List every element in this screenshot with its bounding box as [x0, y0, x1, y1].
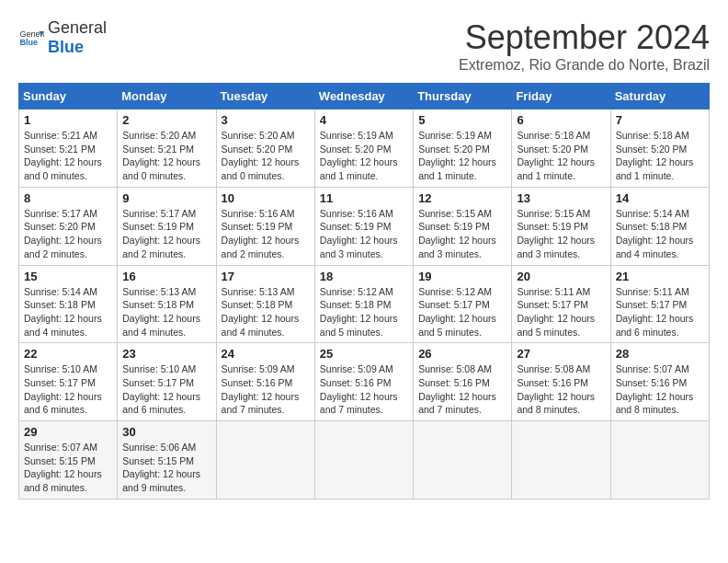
calendar-cell: 1Sunrise: 5:21 AM Sunset: 5:21 PM Daylig… — [19, 109, 118, 188]
col-wednesday: Wednesday — [314, 84, 413, 109]
calendar-cell: 18Sunrise: 5:12 AM Sunset: 5:18 PM Dayli… — [314, 265, 413, 343]
calendar-cell: 29Sunrise: 5:07 AM Sunset: 5:15 PM Dayli… — [19, 421, 118, 500]
day-number: 14 — [616, 191, 704, 205]
logo-general: General — [48, 18, 107, 37]
calendar-cell: 6Sunrise: 5:18 AM Sunset: 5:20 PM Daylig… — [512, 109, 610, 188]
calendar-body: 1Sunrise: 5:21 AM Sunset: 5:21 PM Daylig… — [19, 109, 710, 500]
day-info: Sunrise: 5:15 AM Sunset: 5:19 PM Dayligh… — [418, 207, 506, 261]
col-sunday: Sunday — [19, 84, 118, 109]
day-number: 4 — [320, 113, 408, 127]
day-info: Sunrise: 5:19 AM Sunset: 5:20 PM Dayligh… — [418, 129, 506, 183]
day-number: 29 — [24, 425, 112, 439]
col-tuesday: Tuesday — [216, 84, 314, 109]
day-info: Sunrise: 5:10 AM Sunset: 5:17 PM Dayligh… — [122, 362, 210, 417]
calendar-cell: 13Sunrise: 5:15 AM Sunset: 5:19 PM Dayli… — [512, 187, 610, 265]
day-number: 22 — [24, 347, 112, 361]
day-info: Sunrise: 5:18 AM Sunset: 5:20 PM Dayligh… — [616, 129, 704, 183]
calendar-cell: 21Sunrise: 5:11 AM Sunset: 5:17 PM Dayli… — [610, 265, 709, 343]
day-number: 12 — [418, 191, 506, 205]
col-thursday: Thursday — [414, 84, 512, 109]
title-area: September 2024 Extremoz, Rio Grande do N… — [459, 18, 710, 74]
day-number: 7 — [616, 113, 704, 127]
day-info: Sunrise: 5:16 AM Sunset: 5:19 PM Dayligh… — [222, 207, 310, 261]
calendar-cell: 27Sunrise: 5:08 AM Sunset: 5:16 PM Dayli… — [512, 343, 610, 421]
calendar-cell: 10Sunrise: 5:16 AM Sunset: 5:19 PM Dayli… — [216, 187, 314, 265]
day-info: Sunrise: 5:08 AM Sunset: 5:16 PM Dayligh… — [517, 362, 605, 417]
calendar-week-2: 8Sunrise: 5:17 AM Sunset: 5:20 PM Daylig… — [19, 187, 710, 265]
calendar-cell: 16Sunrise: 5:13 AM Sunset: 5:18 PM Dayli… — [118, 265, 216, 343]
calendar-cell — [216, 421, 314, 500]
calendar-cell: 30Sunrise: 5:06 AM Sunset: 5:15 PM Dayli… — [118, 421, 216, 500]
calendar-cell: 15Sunrise: 5:14 AM Sunset: 5:18 PM Dayli… — [19, 265, 118, 343]
calendar-week-1: 1Sunrise: 5:21 AM Sunset: 5:21 PM Daylig… — [19, 109, 710, 188]
day-number: 5 — [418, 113, 506, 127]
day-info: Sunrise: 5:11 AM Sunset: 5:17 PM Dayligh… — [517, 285, 605, 339]
day-number: 16 — [122, 270, 210, 283]
day-number: 17 — [222, 270, 310, 283]
calendar-cell: 12Sunrise: 5:15 AM Sunset: 5:19 PM Dayli… — [414, 187, 512, 265]
day-info: Sunrise: 5:14 AM Sunset: 5:18 PM Dayligh… — [616, 207, 704, 261]
day-info: Sunrise: 5:18 AM Sunset: 5:20 PM Dayligh… — [517, 129, 605, 183]
day-info: Sunrise: 5:08 AM Sunset: 5:16 PM Dayligh… — [418, 362, 506, 417]
day-info: Sunrise: 5:17 AM Sunset: 5:20 PM Dayligh… — [24, 207, 112, 261]
calendar-cell: 24Sunrise: 5:09 AM Sunset: 5:16 PM Dayli… — [216, 343, 314, 421]
calendar-cell — [512, 421, 610, 500]
col-monday: Monday — [118, 84, 216, 109]
calendar-cell: 14Sunrise: 5:14 AM Sunset: 5:18 PM Dayli… — [610, 187, 709, 265]
calendar-week-4: 22Sunrise: 5:10 AM Sunset: 5:17 PM Dayli… — [19, 343, 710, 421]
day-info: Sunrise: 5:11 AM Sunset: 5:17 PM Dayligh… — [616, 285, 704, 339]
col-saturday: Saturday — [610, 84, 709, 109]
calendar-cell: 19Sunrise: 5:12 AM Sunset: 5:17 PM Dayli… — [414, 265, 512, 343]
calendar-cell: 4Sunrise: 5:19 AM Sunset: 5:20 PM Daylig… — [314, 109, 413, 188]
day-info: Sunrise: 5:15 AM Sunset: 5:19 PM Dayligh… — [517, 207, 605, 261]
calendar-cell: 22Sunrise: 5:10 AM Sunset: 5:17 PM Dayli… — [19, 343, 118, 421]
day-info: Sunrise: 5:21 AM Sunset: 5:21 PM Dayligh… — [24, 129, 112, 183]
logo: General Blue General Blue — [18, 18, 107, 57]
day-number: 23 — [122, 347, 210, 361]
day-number: 19 — [418, 270, 506, 283]
day-info: Sunrise: 5:17 AM Sunset: 5:19 PM Dayligh… — [122, 207, 210, 261]
day-number: 3 — [222, 113, 310, 127]
day-info: Sunrise: 5:20 AM Sunset: 5:21 PM Dayligh… — [122, 129, 210, 183]
day-info: Sunrise: 5:12 AM Sunset: 5:18 PM Dayligh… — [320, 285, 408, 339]
day-number: 26 — [418, 347, 506, 361]
logo-icon: General Blue — [18, 25, 44, 51]
calendar-table: Sunday Monday Tuesday Wednesday Thursday… — [18, 83, 710, 500]
day-number: 9 — [122, 191, 210, 205]
day-number: 20 — [517, 270, 605, 283]
day-number: 28 — [616, 347, 704, 361]
col-friday: Friday — [512, 84, 610, 109]
header: General Blue General Blue September 2024… — [18, 18, 710, 74]
calendar-subtitle: Extremoz, Rio Grande do Norte, Brazil — [459, 57, 710, 74]
day-info: Sunrise: 5:19 AM Sunset: 5:20 PM Dayligh… — [320, 129, 408, 183]
calendar-cell: 8Sunrise: 5:17 AM Sunset: 5:20 PM Daylig… — [19, 187, 118, 265]
day-number: 18 — [320, 270, 408, 283]
day-info: Sunrise: 5:13 AM Sunset: 5:18 PM Dayligh… — [122, 285, 210, 339]
calendar-cell: 2Sunrise: 5:20 AM Sunset: 5:21 PM Daylig… — [118, 109, 216, 188]
day-number: 30 — [122, 425, 210, 439]
day-info: Sunrise: 5:10 AM Sunset: 5:17 PM Dayligh… — [24, 362, 112, 417]
day-info: Sunrise: 5:13 AM Sunset: 5:18 PM Dayligh… — [222, 285, 310, 339]
day-info: Sunrise: 5:20 AM Sunset: 5:20 PM Dayligh… — [222, 129, 310, 183]
day-info: Sunrise: 5:07 AM Sunset: 5:16 PM Dayligh… — [616, 362, 704, 417]
calendar-cell — [610, 421, 709, 500]
calendar-cell: 11Sunrise: 5:16 AM Sunset: 5:19 PM Dayli… — [314, 187, 413, 265]
day-number: 21 — [616, 270, 704, 283]
calendar-header-row: Sunday Monday Tuesday Wednesday Thursday… — [19, 84, 710, 109]
day-number: 27 — [517, 347, 605, 361]
calendar-cell — [414, 421, 512, 500]
logo-wordmark: General Blue — [48, 18, 107, 57]
calendar-cell: 7Sunrise: 5:18 AM Sunset: 5:20 PM Daylig… — [610, 109, 709, 188]
calendar-cell: 23Sunrise: 5:10 AM Sunset: 5:17 PM Dayli… — [118, 343, 216, 421]
calendar-cell: 28Sunrise: 5:07 AM Sunset: 5:16 PM Dayli… — [610, 343, 709, 421]
calendar-cell — [314, 421, 413, 500]
calendar-week-3: 15Sunrise: 5:14 AM Sunset: 5:18 PM Dayli… — [19, 265, 710, 343]
calendar-cell: 3Sunrise: 5:20 AM Sunset: 5:20 PM Daylig… — [216, 109, 314, 188]
calendar-cell: 20Sunrise: 5:11 AM Sunset: 5:17 PM Dayli… — [512, 265, 610, 343]
calendar-title: September 2024 — [459, 18, 710, 57]
calendar-cell: 9Sunrise: 5:17 AM Sunset: 5:19 PM Daylig… — [118, 187, 216, 265]
calendar-cell: 25Sunrise: 5:09 AM Sunset: 5:16 PM Dayli… — [314, 343, 413, 421]
day-number: 11 — [320, 191, 408, 205]
day-number: 13 — [517, 191, 605, 205]
day-info: Sunrise: 5:16 AM Sunset: 5:19 PM Dayligh… — [320, 207, 408, 261]
